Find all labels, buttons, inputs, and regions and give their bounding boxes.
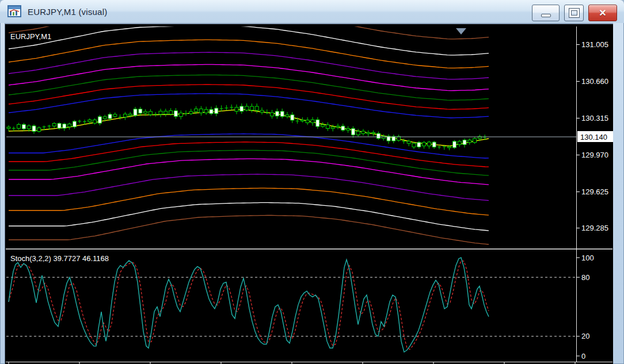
candle-body bbox=[463, 140, 466, 145]
candle-body bbox=[73, 121, 76, 127]
candle-body bbox=[210, 109, 213, 113]
candle-body bbox=[432, 142, 436, 147]
candle-body bbox=[347, 129, 350, 131]
band-line bbox=[9, 134, 489, 158]
candle-body bbox=[271, 113, 274, 116]
band-line bbox=[9, 174, 489, 201]
candlesticks bbox=[7, 104, 486, 150]
candle-body bbox=[32, 126, 36, 132]
current-price-label: 130.140 bbox=[580, 133, 607, 141]
candle-body bbox=[139, 109, 142, 113]
candle-body bbox=[52, 124, 56, 127]
candle-body bbox=[113, 114, 117, 117]
candle-body bbox=[367, 132, 370, 133]
candle-body bbox=[376, 133, 380, 139]
price-axis-tick-label: 131.005 bbox=[581, 40, 608, 49]
candle-body bbox=[458, 141, 461, 145]
candle-body bbox=[7, 127, 10, 128]
candle-body bbox=[169, 111, 173, 114]
window-controls: ✕ bbox=[532, 5, 617, 21]
candle-body bbox=[280, 112, 284, 117]
candle-body bbox=[179, 113, 182, 117]
candle-body bbox=[452, 141, 456, 148]
candle-body bbox=[372, 132, 375, 133]
candle-body bbox=[286, 115, 289, 117]
indicator-bands bbox=[9, 24, 489, 244]
candle-body bbox=[306, 120, 309, 123]
candle-body bbox=[412, 143, 416, 147]
candle-body bbox=[362, 131, 365, 133]
price-axis-tick-label: 130.660 bbox=[581, 77, 608, 86]
band-line bbox=[9, 142, 489, 167]
candle-body bbox=[199, 109, 203, 113]
candle-body bbox=[356, 131, 360, 135]
close-button[interactable]: ✕ bbox=[588, 5, 617, 21]
candle-body bbox=[27, 126, 31, 129]
candle-body bbox=[336, 126, 340, 127]
candle-body bbox=[250, 106, 253, 110]
band-line bbox=[9, 25, 489, 55]
stoch-axis-tick-label: 0 bbox=[581, 352, 585, 361]
candle-body bbox=[326, 125, 329, 129]
stoch-axis-tick-label: 20 bbox=[581, 332, 589, 340]
band-line bbox=[9, 24, 489, 39]
candle-body bbox=[215, 108, 218, 113]
price-axis-tick-label: 129.625 bbox=[581, 187, 608, 196]
candle-body bbox=[260, 110, 264, 112]
candle-body bbox=[275, 112, 279, 116]
candle-body bbox=[311, 120, 314, 122]
candle-body bbox=[68, 124, 71, 127]
band-line bbox=[9, 40, 489, 68]
candle-body bbox=[37, 128, 41, 131]
chart-window-icon bbox=[7, 5, 22, 18]
band-line bbox=[9, 75, 489, 100]
candle-body bbox=[473, 139, 477, 143]
candle-body bbox=[134, 109, 137, 116]
candle-body bbox=[159, 111, 162, 114]
candle-body bbox=[98, 117, 101, 123]
candle-body bbox=[417, 143, 421, 147]
minimize-button[interactable] bbox=[532, 5, 560, 21]
price-axis-tick-label: 129.285 bbox=[581, 224, 608, 232]
ma-line bbox=[9, 109, 489, 145]
candle-body bbox=[427, 142, 431, 146]
candle-body bbox=[63, 124, 66, 128]
stoch-axis-tick-label: 80 bbox=[581, 273, 589, 282]
maximize-icon bbox=[569, 9, 579, 17]
candle-body bbox=[291, 115, 294, 120]
down-triangle-marker bbox=[456, 28, 466, 35]
candle-body bbox=[351, 129, 355, 135]
price-axis-tick-label: 129.970 bbox=[581, 151, 608, 159]
window-title: EURJPY,M1 (visual) bbox=[28, 7, 107, 17]
stoch-label: Stoch(3,2,2) 39.7727 46.1168 bbox=[10, 254, 109, 263]
candle-body bbox=[321, 125, 325, 127]
candle-body bbox=[149, 112, 152, 114]
candle-body bbox=[144, 112, 147, 113]
stochastic-lines bbox=[6, 258, 576, 352]
band-line bbox=[9, 202, 489, 231]
candle-body bbox=[468, 140, 471, 143]
candle-body bbox=[22, 125, 25, 129]
candle-body bbox=[382, 136, 385, 139]
minimize-icon bbox=[541, 14, 551, 17]
candle-body bbox=[235, 108, 238, 112]
price-axis: 130.140131.005130.660130.315129.970129.6… bbox=[576, 40, 613, 360]
chart-client-area: 130.140131.005130.660130.315129.970129.6… bbox=[5, 23, 613, 364]
stoch-k-line bbox=[9, 258, 489, 352]
chart-canvas[interactable]: 130.140131.005130.660130.315129.970129.6… bbox=[5, 24, 613, 364]
candle-body bbox=[316, 120, 319, 127]
candle-body bbox=[407, 141, 410, 144]
candle-body bbox=[300, 120, 304, 121]
candle-body bbox=[108, 114, 112, 118]
price-axis-tick-label: 130.315 bbox=[581, 114, 608, 122]
candle-body bbox=[128, 114, 132, 116]
maximize-button[interactable] bbox=[564, 5, 584, 21]
candle-body bbox=[331, 127, 334, 128]
candle-body bbox=[17, 125, 21, 129]
candle-body bbox=[123, 114, 127, 117]
band-line bbox=[9, 150, 489, 175]
candle-body bbox=[245, 106, 249, 110]
candle-body bbox=[255, 106, 258, 110]
candle-body bbox=[103, 117, 106, 118]
candle-body bbox=[341, 126, 345, 130]
